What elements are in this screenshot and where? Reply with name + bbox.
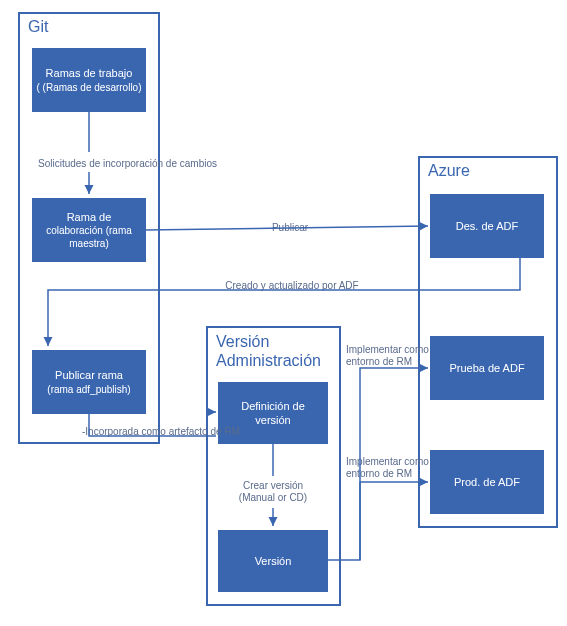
adf-test-l1: Prueba de ADF [449,361,524,375]
adf-prod-l1: Prod. de ADF [454,475,520,489]
release-def-l1: Definición de versión [222,399,324,428]
publish-branch-l1: Publicar rama [55,368,123,382]
adf-test-box: Prueba de ADF [430,336,544,400]
release-mgmt-title-line1: Versión [216,333,269,350]
collab-branch-l1: Rama de [67,210,112,224]
deploy-env-test-l1: Implementar como [346,344,429,355]
diagram-canvas: Git Versión Administración Azure Ramas d… [0,0,567,626]
deploy-env-prod-label: Implementar como entorno de RM [346,456,434,480]
release-mgmt-title-line2: Administración [216,352,321,369]
working-branches-box: Ramas de trabajo ( (Ramas de desarrollo) [32,48,146,112]
pulled-artifact-label: -Incorporada como artefacto de RM [82,426,252,438]
release-l1: Versión [255,554,292,568]
adf-dev-l1: Des. de ADF [456,219,518,233]
deploy-env-test-label: Implementar como entorno de RM [346,344,434,368]
create-release-l1: Crear versión [243,480,303,491]
working-branches-l1: Ramas de trabajo [46,66,133,80]
publish-branch-l2: (rama adf_publish) [47,383,130,396]
pull-requests-label: Solicitudes de incorporación de cambios [38,158,238,170]
azure-title: Azure [428,162,470,180]
created-updated-label: Creado y actualizado por ADF [202,280,382,292]
release-mgmt-title: Versión Administración [216,332,321,370]
create-release-label: Crear versión (Manual or CD) [218,480,328,504]
collaboration-branch-box: Rama de colaboración (rama maestra) [32,198,146,262]
deploy-env-prod-l2: entorno de RM [346,468,412,479]
adf-dev-box: Des. de ADF [430,194,544,258]
collab-branch-l2: colaboración (rama maestra) [36,224,142,250]
create-release-l2: (Manual or CD) [239,492,307,503]
working-branches-l2: ( (Ramas de desarrollo) [36,81,141,94]
publish-branch-box: Publicar rama (rama adf_publish) [32,350,146,414]
deploy-env-prod-l1: Implementar como [346,456,429,467]
deploy-env-test-l2: entorno de RM [346,356,412,367]
adf-prod-box: Prod. de ADF [430,450,544,514]
publish-label: Publicar [250,222,330,234]
release-box: Versión [218,530,328,592]
git-title: Git [28,18,48,36]
